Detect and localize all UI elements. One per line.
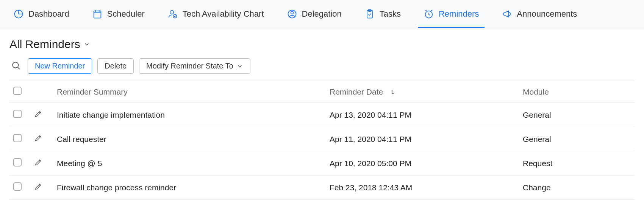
nav-announcements[interactable]: Announcements xyxy=(500,0,579,28)
sort-desc-icon xyxy=(390,89,396,95)
table-row: Call requester Apr 11, 2020 04:11 PM Gen… xyxy=(9,127,635,151)
search-icon xyxy=(11,66,21,72)
nav-label: Tasks xyxy=(380,9,401,19)
header-date-label: Reminder Date xyxy=(330,87,383,96)
table-row: Firewall change process reminder Feb 23,… xyxy=(9,176,635,200)
cell-summary[interactable]: Firewall change process reminder xyxy=(53,176,326,200)
search-button[interactable] xyxy=(9,59,22,73)
cell-module: General xyxy=(519,103,635,127)
new-reminder-button[interactable]: New Reminder xyxy=(28,58,92,74)
cell-summary[interactable]: Meeting @ 5 xyxy=(53,151,326,176)
header-summary[interactable]: Reminder Summary xyxy=(53,81,326,103)
edit-icon[interactable] xyxy=(34,159,42,168)
chevron-down-icon xyxy=(236,63,243,70)
nav-label: Announcements xyxy=(517,9,577,19)
reminders-table: Reminder Summary Reminder Date Module In… xyxy=(9,81,635,200)
top-nav: Dashboard Scheduler Tech Availability Ch… xyxy=(0,0,644,28)
nav-label: Tech Availability Chart xyxy=(183,9,264,19)
row-checkbox[interactable] xyxy=(13,182,22,191)
edit-icon[interactable] xyxy=(34,184,42,192)
nav-scheduler[interactable]: Scheduler xyxy=(90,0,147,28)
header-module[interactable]: Module xyxy=(519,81,635,103)
delete-button[interactable]: Delete xyxy=(97,58,134,74)
user-availability-icon xyxy=(167,9,178,19)
alarm-clock-icon xyxy=(424,9,434,19)
nav-label: Scheduler xyxy=(107,9,145,19)
cell-date: Apr 13, 2020 04:11 PM xyxy=(326,103,519,127)
cell-date: Apr 10, 2020 05:00 PM xyxy=(326,151,519,176)
cell-module: Request xyxy=(519,151,635,176)
nav-label: Delegation xyxy=(302,9,342,19)
cell-summary[interactable]: Initiate change implementation xyxy=(53,103,326,127)
nav-tasks[interactable]: Tasks xyxy=(363,0,403,28)
page-title-dropdown[interactable]: All Reminders xyxy=(9,38,635,51)
clipboard-icon xyxy=(364,9,375,19)
pie-chart-icon xyxy=(13,9,24,19)
cell-summary[interactable]: Call requester xyxy=(53,127,326,151)
svg-rect-1 xyxy=(94,11,101,18)
page-title: All Reminders xyxy=(9,38,80,51)
nav-label: Dashboard xyxy=(28,9,69,19)
calendar-icon xyxy=(92,9,103,19)
select-all-checkbox[interactable] xyxy=(13,87,22,95)
cell-date: Apr 11, 2020 04:11 PM xyxy=(326,127,519,151)
nav-dashboard[interactable]: Dashboard xyxy=(11,0,71,28)
nav-delegation[interactable]: Delegation xyxy=(285,0,344,28)
modify-state-dropdown[interactable]: Modify Reminder State To xyxy=(139,58,250,74)
header-date[interactable]: Reminder Date xyxy=(326,81,519,103)
edit-icon[interactable] xyxy=(34,135,42,144)
svg-point-5 xyxy=(291,11,293,14)
delegate-icon xyxy=(287,9,297,19)
table-row: Initiate change implementation Apr 13, 2… xyxy=(9,103,635,127)
cell-module: General xyxy=(519,127,635,151)
cell-date: Feb 23, 2018 12:43 AM xyxy=(326,176,519,200)
row-checkbox[interactable] xyxy=(13,158,22,166)
row-checkbox[interactable] xyxy=(13,134,22,142)
cell-module: Change xyxy=(519,176,635,200)
nav-tech-availability[interactable]: Tech Availability Chart xyxy=(166,0,266,28)
megaphone-icon xyxy=(502,9,512,19)
row-checkbox[interactable] xyxy=(13,110,22,118)
chevron-down-icon xyxy=(83,41,90,48)
svg-point-2 xyxy=(170,11,174,14)
svg-point-9 xyxy=(13,62,18,68)
edit-icon[interactable] xyxy=(34,111,42,120)
table-row: Meeting @ 5 Apr 10, 2020 05:00 PM Reques… xyxy=(9,151,635,176)
nav-reminders[interactable]: Reminders xyxy=(422,0,481,28)
toolbar: New Reminder Delete Modify Reminder Stat… xyxy=(9,58,635,74)
modify-state-label: Modify Reminder State To xyxy=(146,62,233,70)
nav-label: Reminders xyxy=(439,9,479,19)
content-area: All Reminders New Reminder Delete Modify… xyxy=(0,28,644,200)
